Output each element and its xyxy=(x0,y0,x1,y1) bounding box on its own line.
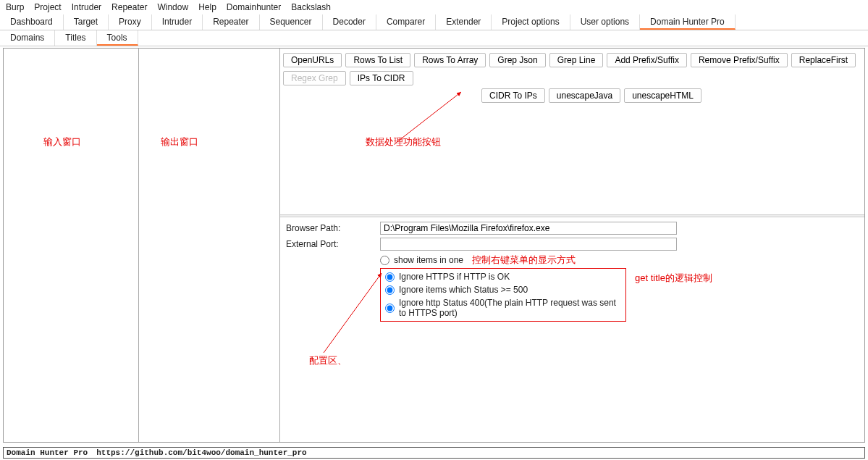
tab-sequencer[interactable]: Sequencer xyxy=(260,14,323,30)
annotation-input: 输入窗口 xyxy=(43,135,81,149)
annotation-output: 输出窗口 xyxy=(161,135,198,149)
ignore-status-500-label: Ignore items which Status >= 500 xyxy=(399,285,528,295)
sub-tabs: Domains Titles Tools xyxy=(0,30,868,46)
annotation-radio: 控制右键菜单的显示方式 xyxy=(472,254,576,267)
grep-line-button[interactable]: Grep Line xyxy=(549,53,604,67)
open-urls-button[interactable]: OpenURLs xyxy=(283,53,342,67)
regex-grep-button: Regex Grep xyxy=(283,71,346,85)
right-pane: OpenURLs Rows To List Rows To Array Grep… xyxy=(280,49,864,442)
tab-target[interactable]: Target xyxy=(64,14,109,30)
ignore-https-label: Ignore HTTPS if HTTP is OK xyxy=(399,272,510,282)
external-port-label: External Port: xyxy=(286,239,380,249)
tab-intruder[interactable]: Intruder xyxy=(152,14,203,30)
rows-to-list-button[interactable]: Rows To List xyxy=(345,53,410,67)
workspace: 输入窗口 输出窗口 OpenURLs Rows To List Rows To … xyxy=(3,48,865,443)
tab-comparer[interactable]: Comparer xyxy=(376,14,436,30)
status-url: https://github.com/bit4woo/domain_hunter… xyxy=(96,448,306,457)
ignore-options-box: Ignore HTTPS if HTTP is OK Ignore items … xyxy=(380,268,626,322)
ignore-status-400-radio[interactable] xyxy=(385,304,395,313)
menu-window[interactable]: Window xyxy=(157,2,188,12)
tab-repeater[interactable]: Repeater xyxy=(203,14,259,30)
sub-tab-domains[interactable]: Domains xyxy=(0,30,55,46)
show-items-one-label: show items in one xyxy=(394,255,463,265)
add-prefix-suffix-button[interactable]: Add Prefix/Suffix xyxy=(607,53,687,67)
remove-prefix-suffix-button[interactable]: Remove Prefix/Suffix xyxy=(691,53,788,67)
menu-intruder[interactable]: Intruder xyxy=(72,2,101,12)
replace-first-button[interactable]: ReplaceFirst xyxy=(791,53,856,67)
tab-proxy[interactable]: Proxy xyxy=(109,14,152,30)
ignore-https-radio[interactable] xyxy=(385,272,395,282)
menu-help[interactable]: Help xyxy=(198,2,216,12)
menu-project[interactable]: Project xyxy=(34,2,61,12)
tab-domain-hunter-pro[interactable]: Domain Hunter Pro xyxy=(640,14,736,30)
output-pane[interactable]: 输出窗口 xyxy=(139,49,280,442)
upper-spacer xyxy=(280,106,864,214)
menu-domainhunter[interactable]: Domainhunter xyxy=(227,2,281,12)
button-bar-row1: OpenURLs Rows To List Rows To Array Grep… xyxy=(280,49,864,88)
tab-decoder[interactable]: Decoder xyxy=(323,14,376,30)
config-area: Browser Path: External Port: show items … xyxy=(280,217,864,326)
tab-extender[interactable]: Extender xyxy=(436,14,492,30)
input-pane[interactable]: 输入窗口 xyxy=(4,49,139,442)
tab-user-options[interactable]: User options xyxy=(570,14,640,30)
cidr-to-ips-button[interactable]: CIDR To IPs xyxy=(481,88,545,103)
annotation-logic: get title的逻辑控制 xyxy=(635,272,712,285)
ignore-status-400-label: Ignore http Status 400(The plain HTTP re… xyxy=(399,298,621,318)
tab-project-options[interactable]: Project options xyxy=(492,14,570,30)
external-port-input[interactable] xyxy=(380,238,677,251)
button-bar-row2: CIDR To IPs unescapeJava unescapeHTML xyxy=(479,88,864,106)
status-bar: Domain Hunter Pro https://github.com/bit… xyxy=(3,447,865,459)
browser-path-input[interactable] xyxy=(380,222,677,235)
ignore-status-500-radio[interactable] xyxy=(385,285,395,295)
unescape-java-button[interactable]: unescapeJava xyxy=(549,88,620,103)
menu-repeater[interactable]: Repeater xyxy=(111,2,147,12)
annotation-config: 配置区、 xyxy=(309,354,347,367)
menu-backslash[interactable]: Backslash xyxy=(291,2,331,12)
show-items-one-radio[interactable] xyxy=(380,256,389,265)
main-tabs: Dashboard Target Proxy Intruder Repeater… xyxy=(0,14,868,30)
ips-to-cidr-button[interactable]: IPs To CIDR xyxy=(350,71,413,85)
grep-json-button[interactable]: Grep Json xyxy=(489,53,545,67)
sub-tab-tools[interactable]: Tools xyxy=(97,30,138,46)
tab-dashboard[interactable]: Dashboard xyxy=(0,14,64,30)
rows-to-array-button[interactable]: Rows To Array xyxy=(414,53,486,67)
menubar: Burp Project Intruder Repeater Window He… xyxy=(0,0,868,14)
menu-burp[interactable]: Burp xyxy=(6,2,24,12)
browser-path-label: Browser Path: xyxy=(286,223,380,233)
svg-line-1 xyxy=(324,273,382,353)
status-product-name: Domain Hunter Pro xyxy=(7,448,88,457)
sub-tab-titles[interactable]: Titles xyxy=(55,30,96,46)
unescape-html-button[interactable]: unescapeHTML xyxy=(624,88,701,103)
